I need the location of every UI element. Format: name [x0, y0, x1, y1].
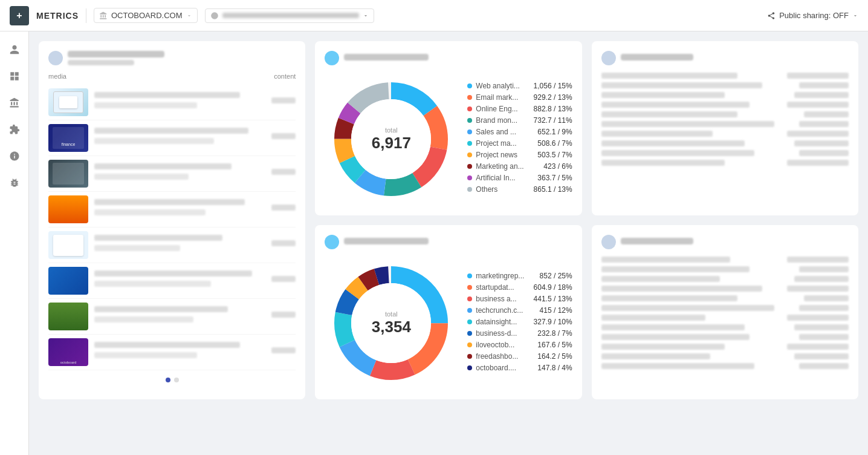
list-item-text [94, 128, 265, 148]
right-row [601, 344, 849, 350]
legend-val: 852 / 25% [540, 272, 572, 280]
legend-dot [467, 342, 472, 347]
org-selector[interactable]: OCTOBOARD.COM [94, 8, 198, 23]
donut-total-value-2: 3,354 [372, 318, 411, 336]
right-row [601, 160, 849, 166]
donut-label-1: total 6,917 [372, 126, 411, 152]
legend-name: Artificial In... [476, 174, 534, 182]
divider [86, 8, 86, 23]
right-row [601, 334, 849, 340]
list-item-meta [271, 312, 296, 322]
right-row [601, 363, 849, 369]
right-row [601, 140, 849, 146]
legend-item: startupdat... 604.9 / 18% [467, 283, 572, 292]
thumbnail [48, 267, 88, 295]
legend-name: Others [476, 185, 530, 194]
chevron-down-icon3 [852, 13, 858, 19]
legend-item: techcrunch.c... 415 / 12% [467, 306, 572, 315]
legend-dot [467, 164, 472, 169]
app-logo: + [10, 6, 29, 25]
right-row [601, 324, 849, 330]
legend-val: 508.6 / 7% [537, 139, 572, 148]
sidebar-item-user[interactable] [4, 39, 25, 61]
thumbnail: octoboard [48, 338, 88, 366]
share-label[interactable]: Public sharing: OFF [779, 11, 849, 20]
panel3-icon [601, 51, 616, 65]
sidebar-item-info[interactable] [4, 145, 25, 167]
legend-item: Web analyti... 1,056 / 15% [467, 82, 572, 90]
thumbnail [48, 160, 88, 188]
app-name: METRICS [36, 11, 79, 21]
legend-val: 882.8 / 13% [534, 105, 572, 113]
right-row [601, 257, 849, 263]
legend-name: octoboard.... [476, 364, 534, 372]
share-button[interactable]: Public sharing: OFF [767, 11, 858, 20]
legend-item: business a... 441.5 / 13% [467, 295, 572, 303]
legend-dot [467, 365, 472, 370]
legend-val: 652.1 / 9% [537, 128, 572, 136]
dot-2[interactable] [174, 378, 179, 382]
dashboard-selector[interactable] [205, 8, 374, 23]
sidebar-item-plugin[interactable] [4, 119, 25, 140]
legend-name: Email mark... [476, 93, 530, 102]
sidebar-item-bank[interactable] [4, 92, 25, 114]
legend-name: Sales and ... [476, 128, 534, 136]
dot-1[interactable] [166, 378, 170, 382]
right-row [601, 121, 849, 127]
legend-dot [467, 187, 472, 192]
right-row [601, 150, 849, 156]
panel1-subtitle [68, 60, 134, 65]
right-row [601, 353, 849, 359]
donut-chart-1: total 6,917 [325, 73, 458, 206]
col-media: media [48, 73, 66, 80]
legend-item: Artificial In... 363.7 / 5% [467, 174, 572, 182]
thumbnail [48, 303, 88, 330]
legend-name: Marketing an... [476, 162, 540, 171]
legend-val: 865.1 / 13% [534, 185, 572, 194]
pagination [48, 378, 296, 382]
legend-val: 503.5 / 7% [537, 151, 572, 159]
legend-dot [467, 354, 472, 359]
right-row [601, 92, 849, 98]
sidebar [0, 31, 29, 455]
right-panel-bottom [592, 225, 858, 399]
legend-dot [467, 331, 472, 336]
list-item [48, 192, 296, 227]
legend-item: Marketing an... 423 / 6% [467, 162, 572, 171]
chart-panel-1: total 6,917 Web analyti... 1,056 / 15% E… [315, 41, 581, 215]
legend-item: octoboard.... 147.8 / 4% [467, 364, 572, 372]
legend-name: business-d... [476, 329, 534, 338]
legend-dot [467, 118, 472, 123]
legend-val: 327.9 / 10% [534, 318, 572, 326]
main-content: media content [29, 31, 868, 455]
sidebar-item-grid[interactable] [4, 65, 25, 87]
chart-panel-2: total 3,354 marketingrep... 852 / 25% st… [315, 225, 581, 399]
list-item-meta [271, 205, 296, 215]
chart1-legend: Web analyti... 1,056 / 15% Email mark...… [467, 82, 572, 197]
legend-dot [467, 273, 472, 278]
dashboard-icon [210, 11, 219, 20]
list-item-text [94, 163, 265, 184]
right-panel-top [592, 41, 858, 215]
layout: media content [0, 31, 868, 455]
legend-item: Sales and ... 652.1 / 9% [467, 128, 572, 136]
svg-point-0 [211, 12, 218, 19]
list-item-text [94, 306, 265, 327]
legend-name: techcrunch.c... [476, 306, 536, 315]
legend-item: Project news 503.5 / 7% [467, 151, 572, 159]
right-row [601, 102, 849, 108]
list-item-meta [271, 276, 296, 286]
legend-dot [467, 141, 472, 146]
legend-item: Email mark... 929.2 / 13% [467, 93, 572, 102]
donut-total-value-1: 6,917 [372, 134, 411, 152]
list-item-meta [271, 347, 296, 358]
right-row [601, 315, 849, 321]
chart1-icon [325, 51, 339, 65]
legend-val: 423 / 6% [543, 162, 572, 171]
sidebar-item-bug[interactable] [4, 172, 25, 194]
org-name: OCTOBOARD.COM [111, 11, 183, 20]
panel3-rows [601, 73, 849, 166]
legend-val: 363.7 / 5% [537, 174, 572, 182]
legend-dot [467, 106, 472, 111]
legend-val: 415 / 12% [540, 306, 572, 315]
